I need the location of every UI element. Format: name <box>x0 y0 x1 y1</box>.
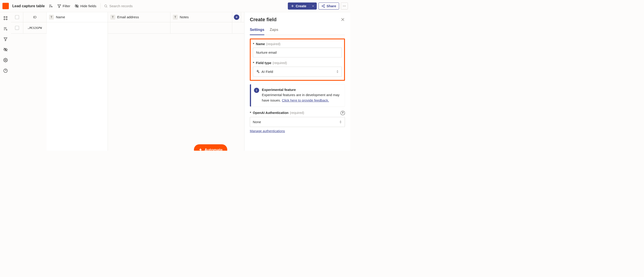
tab-settings[interactable]: Settings <box>250 28 264 35</box>
hide-fields-button[interactable]: Hide fields <box>74 3 97 9</box>
table-options-button[interactable] <box>48 3 54 9</box>
panel-title: Create field <box>250 17 277 22</box>
filter-label: Filter <box>63 4 70 8</box>
auth-header: * OpenAI Authentication (required) ? <box>250 111 345 115</box>
bolt-icon <box>198 148 202 151</box>
tab-zaps[interactable]: Zaps <box>270 28 278 35</box>
automate-button[interactable]: Automate <box>194 144 227 151</box>
field-type-select[interactable]: AI Field <box>253 67 342 77</box>
automate-wrap: Automate <box>194 144 227 151</box>
svg-point-32 <box>5 60 6 61</box>
row-checkbox-cell <box>11 22 23 33</box>
field-name-input[interactable] <box>253 48 342 58</box>
row-id-value: …MCG3GPW <box>28 26 42 30</box>
create-dropdown-button[interactable] <box>310 3 317 10</box>
gear-icon <box>4 58 8 63</box>
more-button[interactable] <box>341 3 348 10</box>
header-add-column <box>232 12 241 22</box>
rail-help-button[interactable] <box>4 69 8 73</box>
close-icon <box>340 17 345 22</box>
header-id[interactable]: ID <box>23 12 46 22</box>
automate-label: Automate <box>204 148 222 151</box>
info-text: Experimental features are in development… <box>262 93 342 103</box>
hide-fields-label: Hide fields <box>80 4 96 8</box>
row-id-cell[interactable]: …MCG3GPW <box>23 22 46 33</box>
svg-point-23 <box>6 19 7 20</box>
create-label: Create <box>296 4 306 8</box>
add-column-button[interactable] <box>234 15 239 20</box>
manage-auth-link[interactable]: Manage authentications <box>250 129 285 133</box>
header-notes-label: Notes <box>180 15 189 19</box>
plus-icon <box>291 4 294 8</box>
create-button[interactable]: Create <box>288 4 309 8</box>
row-email-cell[interactable] <box>108 22 170 33</box>
svg-line-15 <box>323 6 324 7</box>
eye-off-icon <box>74 4 79 8</box>
list-plus-icon <box>49 4 53 8</box>
rail-apps-button[interactable] <box>4 16 8 21</box>
app-logo-icon <box>2 3 9 9</box>
dots-horizontal-icon <box>342 4 346 8</box>
required-star: * <box>250 111 251 115</box>
select-all-checkbox[interactable] <box>15 15 19 19</box>
text-type-badge-icon: T <box>173 15 178 20</box>
auth-value: None <box>253 120 261 124</box>
svg-point-8 <box>104 5 107 7</box>
header-name-label: Name <box>56 15 65 19</box>
info-title: Experimental feature <box>262 88 342 92</box>
right-actions: Create Share <box>288 3 348 10</box>
svg-marker-5 <box>58 5 60 8</box>
header-name[interactable]: T Name <box>47 12 108 22</box>
row-checkbox[interactable] <box>15 26 19 30</box>
svg-point-19 <box>345 6 346 6</box>
auth-help-button[interactable]: ? <box>340 111 345 115</box>
svg-point-18 <box>344 6 345 6</box>
chevron-up-down-icon <box>336 70 339 74</box>
text-type-badge-icon: T <box>110 15 115 20</box>
required-star: * <box>253 42 254 46</box>
grid-icon <box>4 16 8 21</box>
header-id-label: ID <box>33 15 36 19</box>
required-text: (required) <box>290 111 304 115</box>
field-type-label-text: Field type <box>256 61 272 65</box>
auth-select[interactable]: None <box>250 117 345 127</box>
svg-point-13 <box>322 6 323 7</box>
share-label: Share <box>326 4 336 8</box>
list-plus-icon <box>4 27 8 31</box>
top-bar: Lead capture table Filter Hide fields Cr… <box>0 0 350 12</box>
search-input[interactable] <box>109 4 158 8</box>
share-icon <box>321 4 325 8</box>
svg-marker-29 <box>4 38 7 41</box>
name-label-text: Name <box>256 42 265 46</box>
filter-button[interactable]: Filter <box>57 3 71 9</box>
required-star: * <box>253 61 254 65</box>
panel-close-button[interactable] <box>340 17 345 22</box>
rail-filter-button[interactable] <box>4 37 8 41</box>
rail-add-row-button[interactable] <box>4 27 8 31</box>
toolbar-divider <box>100 3 100 9</box>
eye-off-icon <box>4 47 8 52</box>
header-email-label: Email address <box>117 15 139 19</box>
svg-point-21 <box>6 17 7 18</box>
highlighted-section: * Name (required) * Field type (required… <box>250 39 345 81</box>
panel-header: Create field <box>250 17 345 22</box>
auth-section: * OpenAI Authentication (required) ? Non… <box>250 111 345 133</box>
auth-label: * OpenAI Authentication (required) <box>250 111 304 115</box>
rail-settings-button[interactable] <box>4 58 8 63</box>
search-wrap <box>104 4 284 8</box>
panel-tabs: Settings Zaps <box>250 28 345 35</box>
info-icon: i <box>254 88 259 93</box>
feedback-link[interactable]: Click here to provide feedback. <box>282 99 329 102</box>
filter-icon <box>57 4 61 8</box>
table-title: Lead capture table <box>12 4 44 8</box>
header-notes[interactable]: T Notes <box>170 12 232 22</box>
svg-point-12 <box>324 5 325 6</box>
create-button-group: Create <box>288 3 316 10</box>
text-type-badge-icon: T <box>49 15 54 20</box>
header-email[interactable]: T Email address <box>108 12 170 22</box>
share-button[interactable]: Share <box>318 3 339 10</box>
row-notes-cell[interactable] <box>170 22 232 33</box>
rail-hide-button[interactable] <box>4 47 8 52</box>
plus-icon <box>235 16 238 19</box>
svg-point-17 <box>343 6 344 6</box>
